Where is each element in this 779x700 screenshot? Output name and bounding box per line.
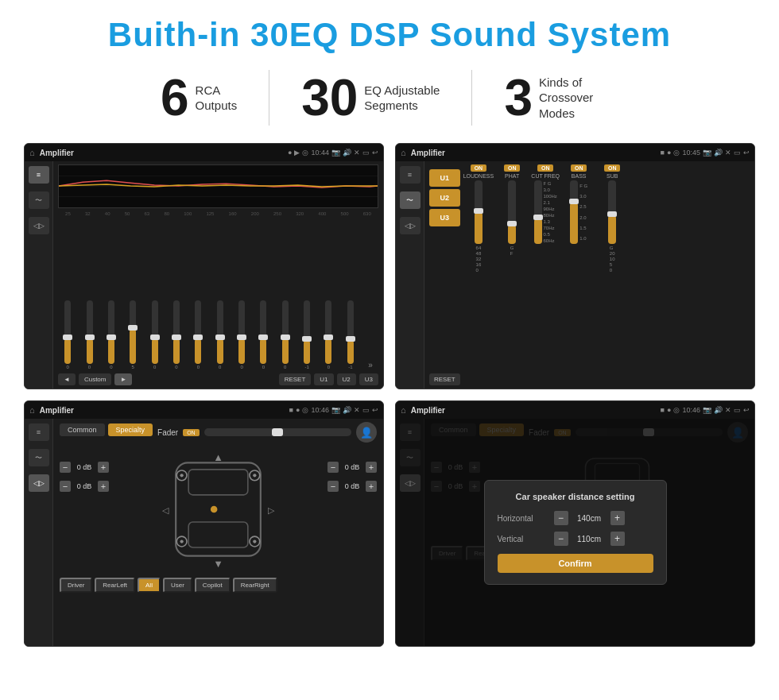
fader-app-title: Amplifier xyxy=(40,406,285,415)
eq-time: 10:44 xyxy=(311,149,329,157)
vertical-plus[interactable]: + xyxy=(610,532,625,546)
db-rear-left: − 0 dB + xyxy=(60,481,109,492)
fader-tool-vol[interactable]: ◁▷ xyxy=(29,474,49,492)
fader-tool-eq[interactable]: ≡ xyxy=(29,423,49,441)
svg-point-14 xyxy=(253,474,256,477)
stat-crossover: 3 Kinds ofCrossover Modes xyxy=(472,72,650,123)
db-rear-right: − 0 dB + xyxy=(327,481,377,492)
loudness-slider[interactable] xyxy=(475,180,483,244)
confirm-button[interactable]: Confirm xyxy=(498,554,653,573)
btn-rearleft[interactable]: RearLeft xyxy=(95,578,135,593)
db-fl-minus[interactable]: − xyxy=(60,462,71,473)
db-rr-plus[interactable]: + xyxy=(366,481,377,492)
crossover-tool-wave[interactable]: 〜 xyxy=(400,191,421,209)
svg-point-12 xyxy=(180,474,184,477)
vertical-control: − 110cm + xyxy=(554,532,625,546)
stat-eq-text: EQ AdjustableSegments xyxy=(364,83,440,114)
db-fr-plus[interactable]: + xyxy=(366,462,377,473)
stat-eq: 30 EQ AdjustableSegments xyxy=(269,72,471,123)
db-fl-plus[interactable]: + xyxy=(98,462,109,473)
btn-driver[interactable]: Driver xyxy=(60,578,92,593)
db-rl-minus[interactable]: − xyxy=(60,481,71,492)
crossover-tool-vol[interactable]: ◁▷ xyxy=(400,217,421,234)
phat-on: ON xyxy=(504,164,521,172)
dialog-status-icons: ■● ◎ 10:46 📷🔊✕▭↩ xyxy=(661,406,750,414)
fader-status-icons: ■● ◎ 10:46 📷🔊✕▭↩ xyxy=(289,406,378,414)
eq-tool-wave[interactable]: 〜 xyxy=(29,191,49,209)
fader-tool-wave[interactable]: 〜 xyxy=(29,449,49,466)
dialog-title: Car speaker distance setting xyxy=(498,492,653,501)
car-diagram: ▲ ▼ ◁ ▷ xyxy=(115,446,321,573)
crossover-screen: ⌂ Amplifier ■● ◎ 10:45 📷🔊✕▭↩ ≡ 〜 ◁▷ U1 xyxy=(395,143,755,389)
loudness-label: LOUDNESS xyxy=(463,173,494,179)
sub-on: ON xyxy=(604,164,621,172)
fader-toolbar: ≡ 〜 ◁▷ xyxy=(25,419,53,646)
svg-text:▲: ▲ xyxy=(213,451,223,463)
crossover-controls-area: ON LOUDNESS 64 48 32 16 0 xyxy=(463,164,750,385)
fader-status-bar: ⌂ Amplifier ■● ◎ 10:46 📷🔊✕▭↩ xyxy=(25,401,383,419)
eq-u2-btn[interactable]: U2 xyxy=(337,373,356,385)
eq-slider-6: 0 xyxy=(167,300,186,369)
crossover-status-icons: ■● ◎ 10:45 📷🔊✕▭↩ xyxy=(661,149,750,157)
home-icon: ⌂ xyxy=(29,148,35,157)
db-fr-minus[interactable]: − xyxy=(327,462,339,473)
dialog-horizontal-row: Horizontal − 140cm + xyxy=(498,511,653,525)
btn-copilot[interactable]: Copilot xyxy=(195,578,231,593)
eq-bottom-bar: ◄ Custom ► RESET U1 U2 U3 xyxy=(58,373,378,385)
fader-body: ≡ 〜 ◁▷ Common Specialty Fader ON xyxy=(25,419,383,646)
fader-tab-specialty[interactable]: Specialty xyxy=(108,423,153,436)
dialog-body: ≡ 〜 ◁▷ Common Specialty Fader ON 👤 xyxy=(396,419,754,646)
eq-preset-label[interactable]: Custom xyxy=(79,373,112,385)
eq-main-area: 2532405063 80100125160200 25032040050063… xyxy=(53,161,383,389)
fader-label: Fader xyxy=(157,428,178,437)
db-front-left: − 0 dB + xyxy=(60,462,109,473)
car-speaker-dialog: Car speaker distance setting Horizontal … xyxy=(396,419,754,646)
preset-u1[interactable]: U1 xyxy=(429,169,460,187)
eq-tool-vol[interactable]: ◁▷ xyxy=(29,217,49,234)
fader-tab-common[interactable]: Common xyxy=(60,423,105,436)
fader-slider-h[interactable] xyxy=(204,428,351,436)
eq-slider-5: 0 xyxy=(145,300,164,369)
ctrl-cutfreq: ON CUT FREQ F G 3.0 100Hz xyxy=(530,164,560,385)
phat-slider[interactable] xyxy=(508,180,516,244)
preset-u2[interactable]: U2 xyxy=(429,189,460,207)
crossover-tool-eq[interactable]: ≡ xyxy=(400,166,421,184)
horizontal-minus[interactable]: − xyxy=(554,511,568,525)
eq-prev-btn[interactable]: ◄ xyxy=(58,373,76,385)
eq-u1-btn[interactable]: U1 xyxy=(314,373,333,385)
stat-eq-number: 30 xyxy=(301,72,358,123)
fader-main-area: Common Specialty Fader ON 👤 xyxy=(53,419,383,646)
vertical-label: Vertical xyxy=(498,535,549,543)
fader-avatar[interactable]: 👤 xyxy=(356,422,377,443)
eq-u3-btn[interactable]: U3 xyxy=(359,373,378,385)
fader-dialog-screen: ⌂ Amplifier ■● ◎ 10:46 📷🔊✕▭↩ ≡ 〜 ◁▷ xyxy=(395,400,755,647)
eq-toolbar: ≡ 〜 ◁▷ xyxy=(25,161,53,389)
eq-play-btn[interactable]: ► xyxy=(114,373,132,385)
horizontal-plus[interactable]: + xyxy=(610,511,625,525)
cutfreq-slider-1[interactable] xyxy=(534,180,542,244)
db-rl-plus[interactable]: + xyxy=(98,481,109,492)
vertical-minus[interactable]: − xyxy=(554,532,568,546)
db-rr-minus[interactable]: − xyxy=(327,481,339,492)
fader-time: 10:46 xyxy=(311,406,329,414)
bass-slider[interactable] xyxy=(570,180,578,244)
svg-rect-4 xyxy=(188,470,248,495)
fader-tabs: Common Specialty xyxy=(60,423,153,436)
phat-label: PHAT xyxy=(505,173,519,179)
eq-reset-btn[interactable]: RESET xyxy=(279,373,312,385)
svg-text:◁: ◁ xyxy=(162,505,169,515)
btn-user[interactable]: User xyxy=(163,578,192,593)
crossover-reset-btn[interactable]: RESET xyxy=(429,373,460,385)
preset-list: U1 U2 U3 RESET xyxy=(429,164,460,385)
btn-rearright[interactable]: RearRight xyxy=(233,578,277,593)
eq-slider-14: -1 xyxy=(341,300,360,369)
preset-u3[interactable]: U3 xyxy=(429,209,460,226)
fader-screen: ⌂ Amplifier ■● ◎ 10:46 📷🔊✕▭↩ ≡ 〜 ◁▷ xyxy=(24,400,384,647)
btn-all[interactable]: All xyxy=(138,578,161,593)
eq-graph xyxy=(58,164,378,208)
sub-slider[interactable] xyxy=(608,180,616,244)
eq-sliders: 0 0 0 5 xyxy=(58,219,378,371)
page-wrapper: Buith-in 30EQ DSP Sound System 6 RCAOutp… xyxy=(0,0,779,663)
svg-point-6 xyxy=(211,506,218,513)
eq-tool-eq[interactable]: ≡ xyxy=(29,166,49,184)
